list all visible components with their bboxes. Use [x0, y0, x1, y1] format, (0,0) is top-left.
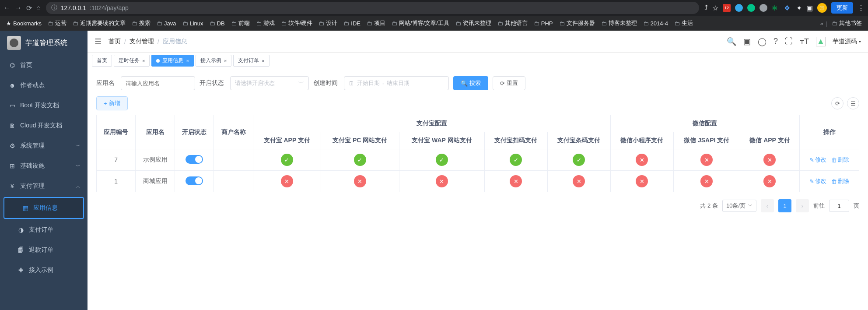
bookmark-item[interactable]: 🗀设计: [317, 18, 339, 28]
tab-item[interactable]: 应用信息×: [151, 55, 193, 67]
bookmark-item[interactable]: 🗀近期需要读的文章: [71, 18, 127, 28]
tab-item[interactable]: 接入示例×: [196, 55, 231, 67]
update-button[interactable]: 更新: [831, 2, 853, 14]
status-switch[interactable]: [186, 176, 203, 185]
bookmark-item[interactable]: 🗀文件服务器: [557, 18, 597, 28]
bookmark-item[interactable]: 🗀网站/博客/文章/工具: [390, 18, 451, 28]
bookmark-item[interactable]: 🗀PHP: [532, 18, 555, 28]
x-icon[interactable]: ✕: [763, 175, 776, 187]
edit-button[interactable]: ✎修改: [809, 156, 826, 164]
github-icon[interactable]: ◯: [758, 37, 766, 46]
bookmark-item[interactable]: 🗀Linux: [181, 18, 205, 28]
extension-icon-4[interactable]: [760, 4, 767, 12]
extension-icon-3[interactable]: [747, 4, 755, 12]
x-icon[interactable]: ✕: [510, 175, 522, 187]
x-icon[interactable]: ✕: [436, 175, 448, 187]
sidebar-item-author[interactable]: ☻作者动态: [0, 75, 88, 95]
add-button[interactable]: +新增: [96, 96, 128, 110]
x-icon[interactable]: ✕: [573, 175, 585, 187]
panel-icon[interactable]: ▣: [806, 4, 813, 12]
profile-icon[interactable]: ☺: [817, 3, 827, 13]
next-page-button[interactable]: ›: [796, 199, 809, 212]
back-icon[interactable]: ←: [4, 4, 10, 12]
other-bookmarks[interactable]: 🗀其他书签: [830, 18, 864, 28]
check-icon[interactable]: ✓: [281, 154, 293, 166]
edit-button[interactable]: ✎修改: [809, 177, 826, 185]
check-icon[interactable]: ✓: [510, 154, 522, 166]
home-icon[interactable]: ⌂: [36, 4, 41, 12]
x-icon[interactable]: ✕: [700, 154, 713, 166]
extensions-icon[interactable]: ✦: [796, 4, 802, 12]
tab-item[interactable]: 首页: [92, 55, 112, 67]
extension-icon-1[interactable]: 12: [723, 4, 731, 12]
site-info-icon[interactable]: ⓘ: [51, 4, 57, 12]
menu-icon[interactable]: ⋮: [858, 4, 864, 12]
search-icon[interactable]: 🔍: [727, 37, 736, 46]
x-icon[interactable]: ✕: [636, 175, 648, 187]
refresh-table-button[interactable]: ⟳: [831, 97, 844, 109]
sidebar-item-system[interactable]: ⚙系统管理﹀: [0, 136, 88, 156]
sidebar-item-pay-order[interactable]: ◑支付订单: [0, 220, 88, 240]
bookmark-item[interactable]: 🗀项目: [365, 18, 387, 28]
date-range-picker[interactable]: 🗓 开始日期 - 结束日期: [344, 76, 449, 90]
x-icon[interactable]: ✕: [354, 175, 366, 187]
bookmark-item[interactable]: 🗀DB: [208, 18, 227, 28]
bookmark-item[interactable]: 🗀生活: [672, 18, 695, 28]
app-name-input[interactable]: [121, 76, 195, 90]
close-icon[interactable]: ×: [224, 58, 227, 63]
check-icon[interactable]: ✓: [573, 154, 585, 166]
tab-item[interactable]: 定时任务×: [114, 55, 150, 67]
bookmark-item[interactable]: 🗀Java: [155, 18, 178, 28]
fullscreen-icon[interactable]: ⛶: [785, 37, 793, 46]
extension-icon-5[interactable]: ✱: [772, 4, 780, 12]
x-icon[interactable]: ✕: [281, 175, 293, 187]
sidebar-item-pay-demo[interactable]: ✚接入示例: [0, 260, 88, 280]
sidebar-item-home[interactable]: ⌬首页: [0, 55, 88, 75]
bookmark-overflow[interactable]: »: [820, 20, 823, 27]
bookmark-item[interactable]: 🗀软件/硬件: [279, 18, 315, 28]
forward-icon[interactable]: →: [15, 4, 22, 12]
x-icon[interactable]: ✕: [636, 154, 648, 166]
bookmark-item[interactable]: 🗀其他语言: [496, 18, 529, 28]
extension-icon-6[interactable]: ❖: [784, 4, 792, 12]
close-icon[interactable]: ×: [262, 58, 264, 63]
status-switch[interactable]: [186, 155, 203, 164]
sidebar-item-boot[interactable]: ▭Boot 开发文档: [0, 95, 88, 116]
avatar[interactable]: ▲: [816, 37, 826, 46]
user-dropdown[interactable]: 芋道源码 ▾: [833, 38, 861, 46]
message-icon[interactable]: ▣: [743, 37, 751, 46]
check-icon[interactable]: ✓: [354, 154, 366, 166]
sidebar-item-infra[interactable]: ⊞基础设施﹀: [0, 156, 88, 176]
logo[interactable]: 芋道管理系统: [0, 31, 88, 55]
column-settings-button[interactable]: ☰: [847, 97, 859, 109]
page-number[interactable]: 1: [778, 199, 791, 212]
check-icon[interactable]: ✓: [436, 154, 448, 166]
star-icon[interactable]: ☆: [712, 4, 718, 12]
bookmarks-root[interactable]: ★Bookmarks: [4, 19, 43, 28]
bookmark-item[interactable]: 🗀运营: [46, 18, 68, 28]
bookmark-item[interactable]: 🗀2014-4: [641, 18, 670, 28]
sidebar-item-pay-refund[interactable]: 🗐退款订单: [0, 240, 88, 260]
status-select[interactable]: 请选择开启状态﹀: [230, 76, 309, 90]
bookmark-item[interactable]: 🗀博客未整理: [599, 18, 639, 28]
address-bar[interactable]: ⓘ 127.0.0.1:1024/pay/app: [46, 2, 699, 14]
page-size-select[interactable]: 10条/页﹀: [722, 200, 756, 212]
bookmark-item[interactable]: 🗀搜索: [130, 18, 152, 28]
bookmark-item[interactable]: 🗀资讯未整理: [454, 18, 493, 28]
x-icon[interactable]: ✕: [700, 175, 713, 187]
search-button[interactable]: 🔍搜索: [453, 76, 488, 90]
goto-page-input[interactable]: [829, 200, 849, 212]
share-icon[interactable]: ⤴: [704, 4, 708, 12]
extension-icon-2[interactable]: [735, 4, 743, 12]
bookmark-item[interactable]: 🗀游戏: [254, 18, 276, 28]
delete-button[interactable]: 🗑删除: [831, 177, 849, 185]
tab-item[interactable]: 支付订单×: [233, 55, 269, 67]
reload-icon[interactable]: ⟳: [26, 4, 32, 12]
x-icon[interactable]: ✕: [763, 154, 776, 166]
close-icon[interactable]: ×: [142, 58, 145, 63]
help-icon[interactable]: ?: [774, 37, 778, 46]
breadcrumb-home[interactable]: 首页: [108, 38, 121, 46]
bookmark-item[interactable]: 🗀IDE: [342, 18, 362, 28]
breadcrumb-pay[interactable]: 支付管理: [130, 38, 154, 46]
font-size-icon[interactable]: ᴛT: [800, 37, 809, 46]
